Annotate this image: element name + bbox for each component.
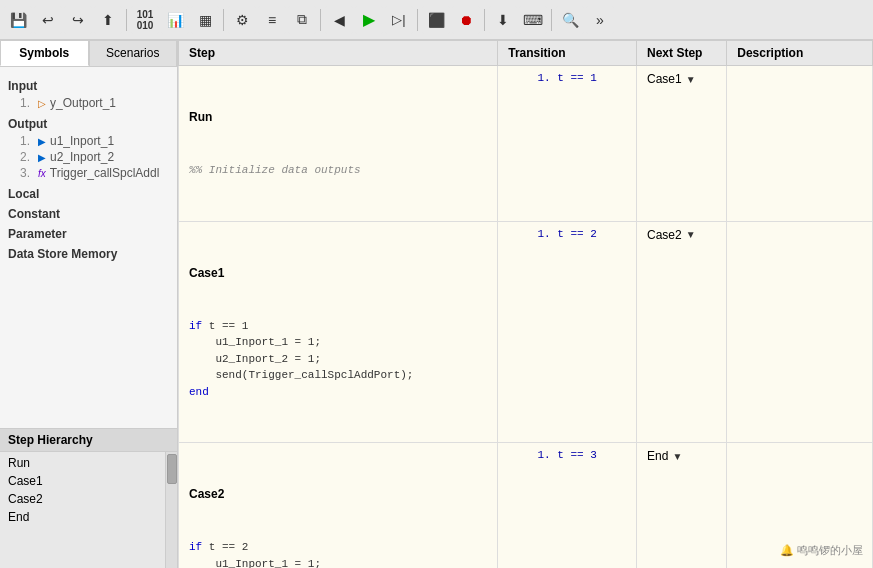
desc-cell-case2 — [727, 443, 873, 569]
up-btn[interactable]: ⬆ — [94, 6, 122, 34]
scroll-thumb[interactable] — [167, 454, 177, 484]
nextstep-case2: End — [647, 449, 668, 463]
list-item[interactable]: 2. ▶ u2_Inport_2 — [8, 149, 169, 165]
transition-cell-case1: 1. t == 2 — [498, 221, 637, 443]
output-item-2: u2_Inport_2 — [50, 150, 114, 164]
transition-run: 1. t == 1 — [537, 72, 596, 84]
more-btn[interactable]: » — [586, 6, 614, 34]
nextstep-cell-case2: End ▼ — [637, 443, 727, 569]
grid-btn[interactable]: ▦ — [191, 6, 219, 34]
sep6 — [551, 9, 552, 31]
dropdown-arrow-run[interactable]: ▼ — [686, 74, 696, 85]
table-row: Case1 if t == 1 u1_Inport_1 = 1; u2_Inpo… — [179, 221, 873, 443]
tab-scenarios[interactable]: Scenarios — [89, 40, 178, 66]
next-btn[interactable]: ▷| — [385, 6, 413, 34]
tab-symbols[interactable]: Symbols — [0, 40, 89, 66]
col-step: Step — [179, 41, 498, 66]
sidebar-tabs: Symbols Scenarios — [0, 40, 177, 67]
undo-btn[interactable]: ↩ — [34, 6, 62, 34]
input-item-label: y_Outport_1 — [50, 96, 116, 110]
binary-btn[interactable]: 101010 — [131, 6, 159, 34]
section-input: Input — [8, 79, 169, 93]
hierarchy-item-case2[interactable]: Case2 — [0, 490, 177, 508]
step-cell-run: Run %% Initialize data outputs — [179, 66, 498, 222]
section-parameter: Parameter — [8, 227, 169, 241]
col-next-step: Next Step — [637, 41, 727, 66]
desc-cell-run — [727, 66, 873, 222]
hierarchy-list: Run Case1 Case2 End — [0, 452, 177, 568]
content-area: Step Transition Next Step Description Ru… — [178, 40, 873, 568]
sep2 — [223, 9, 224, 31]
step-comment-run: %% Initialize data outputs — [189, 162, 487, 179]
sep1 — [126, 9, 127, 31]
input-icon: ▶ — [38, 136, 46, 147]
fx-icon: fx — [38, 168, 46, 179]
settings-btn[interactable]: ⚙ — [228, 6, 256, 34]
hierarchy-item-end[interactable]: End — [0, 508, 177, 526]
nextstep-cell-run: Case1 ▼ — [637, 66, 727, 222]
step-name-case1: Case1 — [189, 264, 487, 282]
step-hierarchy-panel: Step Hierarchy Run Case1 Case2 End — [0, 428, 177, 568]
col-description: Description — [727, 41, 873, 66]
section-constant: Constant — [8, 207, 169, 221]
record-btn[interactable]: ⏺ — [452, 6, 480, 34]
list-item[interactable]: 1. ▶ u1_Inport_1 — [8, 133, 169, 149]
transition-cell-case2: 1. t == 3 — [498, 443, 637, 569]
input-icon: ▶ — [38, 152, 46, 163]
sep3 — [320, 9, 321, 31]
sidebar: Symbols Scenarios Input 1. ▷ y_Outport_1… — [0, 40, 178, 568]
step-code-case2: if t == 2 u1_Inport_1 = 1; u2_Inport_2 =… — [189, 539, 487, 568]
desc-cell-case1 — [727, 221, 873, 443]
hierarchy-item-case1[interactable]: Case1 — [0, 472, 177, 490]
stop-btn[interactable]: ⬛ — [422, 6, 450, 34]
section-data-store-memory: Data Store Memory — [8, 247, 169, 261]
step-cell-case2: Case2 if t == 2 u1_Inport_1 = 1; u2_Inpo… — [179, 443, 498, 569]
hierarchy-scrollbar[interactable] — [165, 452, 177, 568]
hierarchy-item-run[interactable]: Run — [0, 454, 177, 472]
list-btn[interactable]: ≡ — [258, 6, 286, 34]
section-output: Output — [8, 117, 169, 131]
save-btn[interactable]: 💾 — [4, 6, 32, 34]
transition-cell-run: 1. t == 1 — [498, 66, 637, 222]
play-btn[interactable]: ▶ — [355, 6, 383, 34]
sep4 — [417, 9, 418, 31]
output-icon: ▷ — [38, 98, 46, 109]
left-arr-btn[interactable]: ◀ — [325, 6, 353, 34]
nextstep-run: Case1 — [647, 72, 682, 86]
col-transition: Transition — [498, 41, 637, 66]
step-table: Step Transition Next Step Description Ru… — [178, 40, 873, 568]
transition-case2: 1. t == 3 — [537, 449, 596, 461]
section-local: Local — [8, 187, 169, 201]
main-layout: Symbols Scenarios Input 1. ▷ y_Outport_1… — [0, 40, 873, 568]
step-name-case2: Case2 — [189, 485, 487, 503]
hierarchy-title: Step Hierarchy — [0, 429, 177, 452]
keyboard-btn[interactable]: ⌨ — [519, 6, 547, 34]
list-item[interactable]: 3. fx Trigger_callSpclAddl — [8, 165, 169, 181]
copy-btn[interactable]: ⧉ — [288, 6, 316, 34]
dropdown-arrow-case2[interactable]: ▼ — [672, 451, 682, 462]
nextstep-cell-case1: Case2 ▼ — [637, 221, 727, 443]
table-row: Case2 if t == 2 u1_Inport_1 = 1; u2_Inpo… — [179, 443, 873, 569]
chart-btn[interactable]: 📊 — [161, 6, 189, 34]
step-code-case1: if t == 1 u1_Inport_1 = 1; u2_Inport_2 =… — [189, 318, 487, 401]
table-row: Run %% Initialize data outputs 1. t == 1… — [179, 66, 873, 222]
step-cell-case1: Case1 if t == 1 u1_Inport_1 = 1; u2_Inpo… — [179, 221, 498, 443]
list-item[interactable]: 1. ▷ y_Outport_1 — [8, 95, 169, 111]
step-name-run: Run — [189, 108, 487, 126]
sidebar-content: Input 1. ▷ y_Outport_1 Output 1. ▶ u1_In… — [0, 67, 177, 428]
dropdown-arrow-case1[interactable]: ▼ — [686, 229, 696, 240]
output-item-1: u1_Inport_1 — [50, 134, 114, 148]
sep5 — [484, 9, 485, 31]
redo-btn[interactable]: ↪ — [64, 6, 92, 34]
nextstep-case1: Case2 — [647, 228, 682, 242]
transition-case1: 1. t == 2 — [537, 228, 596, 240]
search-btn[interactable]: 🔍 — [556, 6, 584, 34]
output-item-3: Trigger_callSpclAddl — [50, 166, 160, 180]
toolbar: 💾 ↩ ↪ ⬆ 101010 📊 ▦ ⚙ ≡ ⧉ ◀ ▶ ▷| ⬛ ⏺ ⬇ ⌨ … — [0, 0, 873, 40]
download-btn[interactable]: ⬇ — [489, 6, 517, 34]
